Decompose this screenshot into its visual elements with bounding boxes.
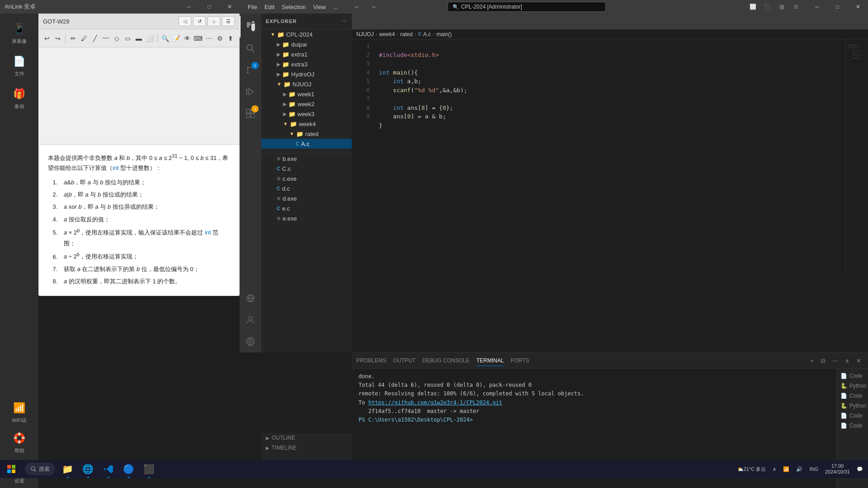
tab-debug[interactable]: DEBUG CONSOLE — [422, 356, 470, 366]
folder-hydrooj[interactable]: ▶ 📁 HydroOJ — [261, 69, 352, 79]
annotate-btn[interactable]: 📝 — [171, 33, 181, 44]
minimize-button[interactable]: ─ — [179, 0, 199, 14]
tab-ports[interactable]: PORTS — [510, 356, 529, 366]
folder-week3[interactable]: ▶ 📁 week3 — [261, 109, 352, 119]
file-ec[interactable]: C e.c — [261, 203, 352, 213]
explorer-more-btn[interactable]: ⋯ — [342, 19, 347, 24]
nav-home-btn[interactable]: ⌂ — [208, 16, 220, 26]
folder-njuoj[interactable]: ▼ 📁 NJUOJ — [261, 79, 352, 89]
rpanel-python1[interactable]: 🐍 Python — [837, 381, 868, 391]
layout-btn4[interactable]: ⊞ — [790, 0, 802, 13]
folder-cpl2024[interactable]: ▼ 📁 CPL-2024 — [261, 29, 352, 39]
eraser-btn[interactable]: ⬜ — [145, 33, 155, 44]
terminal-more-btn[interactable]: ⋯ — [830, 357, 840, 364]
terminal-split-btn[interactable]: ⊟ — [818, 357, 828, 364]
bc-week4[interactable]: week4 — [379, 31, 395, 38]
more-btn[interactable]: ⋯ — [204, 33, 213, 44]
rpanel-code1[interactable]: 📄 Code — [837, 371, 868, 381]
start-button[interactable] — [0, 460, 23, 478]
clock[interactable]: 17:00 2024/10/31 — [822, 460, 853, 478]
taskbar-vscode[interactable] — [98, 460, 118, 478]
menu-file[interactable]: File — [244, 0, 261, 14]
rpanel-python2[interactable]: 🐍 Python — [837, 401, 868, 411]
activity-extensions[interactable]: 1 — [240, 103, 261, 124]
nav-prev-btn[interactable]: ◁ — [179, 16, 191, 26]
pen-btn[interactable]: 🖊 — [79, 33, 89, 44]
nav-back-btn2[interactable]: ↺ — [193, 16, 206, 26]
close-button[interactable]: ✕ — [219, 0, 240, 14]
terminal-collapse-btn[interactable]: ∧ — [843, 357, 852, 364]
eye-btn[interactable]: 👁 — [182, 33, 192, 44]
line-btn[interactable]: ╱ — [90, 33, 100, 44]
rect2-btn[interactable]: ▬ — [134, 33, 143, 44]
rpanel-code4[interactable]: 📄 Code — [837, 421, 868, 431]
shape-btn[interactable]: ◇ — [112, 33, 122, 44]
left-panel-screen[interactable]: 📱 屏幕像 — [2, 18, 36, 48]
terminal-close-btn[interactable]: ✕ — [854, 357, 863, 364]
activity-git[interactable]: 1 — [240, 59, 261, 81]
activity-run[interactable] — [240, 81, 261, 103]
file-eexe[interactable]: ⚙ e.exe — [261, 213, 352, 223]
file-dexe[interactable]: ⚙ d.exe — [261, 193, 352, 203]
bc-rated[interactable]: rated — [400, 31, 412, 38]
nav-menu-btn[interactable]: ☰ — [222, 16, 235, 26]
folder-rated[interactable]: ▼ 📁 rated — [261, 129, 352, 139]
folder-week4[interactable]: ▼ 📁 week4 — [261, 119, 352, 129]
folder-week2[interactable]: ▶ 📁 week2 — [261, 99, 352, 109]
lang-indicator[interactable]: ING — [807, 460, 821, 478]
menu-edit[interactable]: Edit — [261, 0, 278, 14]
settings2-btn[interactable]: ⚙ — [215, 33, 225, 44]
file-ac[interactable]: C A.c — [261, 139, 352, 149]
taskbar-search[interactable]: 搜索 — [25, 463, 55, 475]
search-bar[interactable]: 🔍 CPL-2024 [Administrator] — [448, 2, 606, 12]
layout-btn2[interactable]: ⬛ — [761, 0, 774, 13]
tab-terminal[interactable]: TERMINAL — [476, 356, 504, 366]
layout-btn3[interactable]: ▦ — [775, 0, 788, 13]
menu-view[interactable]: View — [310, 0, 330, 14]
file-cc[interactable]: C C.c — [261, 164, 352, 174]
bc-njuoj[interactable]: NJUOJ — [356, 31, 374, 38]
folder-extra3[interactable]: ▶ 📁 extra3 — [261, 59, 352, 69]
bc-main[interactable]: main() — [436, 31, 452, 38]
bc-ac[interactable]: A.c — [423, 31, 431, 38]
file-cexe[interactable]: ⚙ c.exe — [261, 174, 352, 183]
activity-explorer[interactable] — [240, 16, 261, 38]
pencil-btn[interactable]: ✏ — [68, 33, 78, 44]
expand-btn[interactable]: ⬆ — [226, 33, 236, 44]
vscode-minimize-btn[interactable]: ─ — [807, 0, 827, 14]
layout-btn1[interactable]: ⬜ — [746, 0, 759, 13]
terminal-add-btn[interactable]: + — [808, 357, 816, 364]
activity-settings[interactable] — [240, 331, 261, 352]
tab-problems[interactable]: PROBLEMS — [356, 356, 387, 366]
activity-account[interactable] — [240, 309, 261, 331]
notifications-btn[interactable]: 💬 — [854, 460, 866, 478]
maximize-button[interactable]: □ — [199, 0, 219, 14]
hidden-icons-btn[interactable]: ∧ — [770, 460, 779, 478]
network-icon[interactable]: 📶 — [780, 460, 792, 478]
taskbar-chrome[interactable]: 🔵 — [118, 460, 139, 478]
rpanel-code3[interactable]: 📄 Code — [837, 411, 868, 421]
left-panel-wifi[interactable]: 📶 WiFi设 — [2, 397, 36, 427]
vscode-close-btn[interactable]: ✕ — [848, 0, 868, 14]
file-bexe[interactable]: ⚙ b.exe — [261, 154, 352, 164]
redo-btn[interactable]: ↪ — [53, 33, 62, 44]
taskbar-edge[interactable]: 🌐 — [78, 460, 98, 478]
folder-duipai[interactable]: ▶ 📁 duipai — [261, 39, 352, 49]
folder-week1[interactable]: ▶ 📁 week1 — [261, 89, 352, 99]
left-panel-backup[interactable]: 🎁 备份 — [2, 83, 36, 113]
undo-btn[interactable]: ↩ — [42, 33, 52, 44]
timeline-item[interactable]: ▶ TIMELINE — [261, 443, 352, 453]
folder-extra1[interactable]: ▶ 📁 extra1 — [261, 49, 352, 59]
vscode-maximize-btn[interactable]: □ — [827, 0, 848, 14]
taskbar-file-explorer[interactable]: 📁 — [57, 460, 78, 478]
nav-back-button[interactable]: ← — [351, 0, 363, 13]
curve-btn[interactable]: 〰 — [101, 33, 111, 44]
outline-item[interactable]: ▶ OUTLINE — [261, 433, 352, 443]
nav-forward-button[interactable]: → — [367, 0, 380, 13]
activity-remote[interactable] — [240, 287, 261, 309]
left-panel-files[interactable]: 📄 文件 — [2, 51, 36, 81]
keyboard-btn[interactable]: ⌨ — [193, 33, 203, 44]
rpanel-code2[interactable]: 📄 Code — [837, 391, 868, 401]
zoom-btn[interactable]: 🔍 — [160, 33, 170, 44]
code-editor[interactable]: #include<stdio.h> int main(){ int a,b; s… — [374, 39, 845, 276]
